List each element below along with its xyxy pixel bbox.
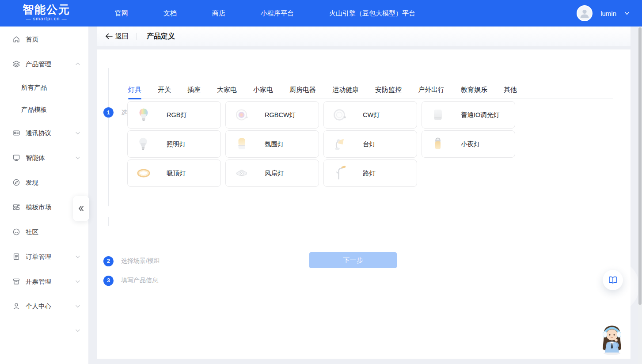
user-menu[interactable]: lumin [577, 0, 630, 27]
invoice-icon [12, 277, 20, 285]
chevron-down-icon [75, 254, 80, 259]
category-tab-其他[interactable]: 其他 [504, 81, 517, 99]
fan-light-icon [234, 165, 250, 181]
sidebar-item-产品管理[interactable]: 产品管理 [0, 52, 88, 76]
sidebar-item-产品模板[interactable]: 产品模板 [0, 99, 88, 121]
sidebar-collapse-button[interactable] [73, 196, 89, 221]
page-title: 产品定义 [147, 32, 175, 41]
product-label: 路灯 [363, 169, 376, 178]
product-card-台灯[interactable]: 台灯 [323, 130, 417, 158]
category-tab-户外出行[interactable]: 户外出行 [418, 81, 444, 99]
category-tab-插座[interactable]: 插座 [187, 81, 201, 99]
arrow-left-icon [105, 33, 113, 39]
chevron-down-icon[interactable] [624, 11, 630, 16]
product-label: 小夜灯 [461, 140, 480, 148]
sidebar-item-通讯协议[interactable]: 通讯协议 [0, 121, 88, 145]
sidebar-item-所有产品[interactable]: 所有产品 [0, 76, 88, 99]
product-card-吸顶灯[interactable]: 吸顶灯 [127, 159, 221, 187]
header-divider [137, 33, 137, 40]
product-label: 风扇灯 [265, 169, 284, 178]
step-3: 3填写产品信息 [103, 276, 158, 286]
product-label: RGB灯 [167, 111, 187, 119]
product-card-CW灯[interactable]: CW灯 [323, 101, 417, 129]
product-label: 台灯 [363, 140, 376, 148]
order-icon [12, 253, 20, 261]
sidebar: 首页产品管理所有产品产品模板通讯协议智能体发现模板市场社区订单管理开票管理个人中… [0, 27, 88, 364]
sidebar-item-empty[interactable] [0, 318, 88, 342]
category-tab-教育娱乐[interactable]: 教育娱乐 [461, 81, 487, 99]
io-dimmer-icon [430, 107, 446, 123]
sidebar-item-个人中心[interactable]: 个人中心 [0, 294, 88, 318]
rgb-bulb-icon [136, 107, 152, 123]
rgbcw-downlight-icon [234, 107, 250, 123]
product-label: 氛围灯 [265, 140, 284, 148]
category-tab-运动健康[interactable]: 运动健康 [332, 81, 359, 99]
category-tab-灯具[interactable]: 灯具 [128, 81, 141, 99]
product-card-照明灯[interactable]: 照明灯 [127, 130, 221, 158]
ai-assistant-avatar[interactable] [597, 322, 627, 355]
sidebar-item-label: 模板市场 [26, 203, 51, 212]
white-bulb-icon [136, 136, 152, 152]
category-tab-小家电[interactable]: 小家电 [253, 81, 273, 99]
back-button[interactable]: 返回 [105, 32, 129, 41]
scrollbar-thumb[interactable] [638, 27, 642, 305]
category-tab-大家电[interactable]: 大家电 [217, 81, 237, 99]
product-card-小夜灯[interactable]: 小夜灯 [422, 130, 515, 158]
sidebar-item-智能体[interactable]: 智能体 [0, 145, 88, 170]
product-card-RGB灯[interactable]: RGB灯 [127, 101, 221, 129]
nav-item-4[interactable]: 火山引擎（豆包大模型）平台 [329, 9, 415, 18]
sidebar-item-首页[interactable]: 首页 [0, 27, 88, 52]
desk-lamp-icon [332, 136, 348, 152]
nav-item-2[interactable]: 商店 [212, 9, 225, 18]
page-scrollbar[interactable] [638, 27, 642, 364]
chevron-up-icon [75, 61, 80, 67]
sidebar-item-label: 个人中心 [26, 302, 51, 311]
step-2-label: 选择场景/模组 [121, 257, 160, 265]
night-light-icon [430, 136, 446, 152]
chevron-down-icon [75, 130, 80, 136]
category-tab-开关[interactable]: 开关 [158, 81, 171, 99]
sidebar-item-社区[interactable]: 社区 [0, 220, 88, 244]
logo[interactable]: 智能公元 — smartpi.cn — [18, 3, 75, 21]
product-card-风扇灯[interactable]: 风扇灯 [225, 159, 319, 187]
user-avatar-icon[interactable] [577, 5, 593, 21]
category-tab-厨房电器[interactable]: 厨房电器 [289, 81, 316, 99]
market-icon [12, 203, 20, 211]
sidebar-item-label: 社区 [26, 228, 38, 236]
next-step-button[interactable]: 下一步 [309, 252, 397, 268]
protocol-icon [12, 129, 20, 137]
nav-item-3[interactable]: 小程序平台 [261, 9, 294, 18]
category-tabs: 灯具开关插座大家电小家电厨房电器运动健康安防监控户外出行教育娱乐其他 [128, 81, 613, 99]
assistant-girl-icon [597, 322, 627, 355]
product-label: 吸顶灯 [167, 169, 186, 178]
chevron-double-left-icon [78, 205, 85, 212]
main-panel: 1选择产品类别2选择场景/模组3填写产品信息 灯具开关插座大家电小家电厨房电器运… [97, 49, 631, 359]
product-label: 照明灯 [167, 140, 186, 148]
product-card-普通IO调光灯[interactable]: 普通IO调光灯 [422, 101, 515, 129]
person-icon [12, 302, 20, 310]
page-header: 返回 产品定义 [97, 27, 631, 46]
product-card-氛围灯[interactable]: 氛围灯 [225, 130, 319, 158]
ambient-lamp-icon [234, 136, 250, 152]
step-connector-2-3 [108, 217, 109, 226]
sidebar-item-发现[interactable]: 发现 [0, 170, 88, 195]
sidebar-item-开票管理[interactable]: 开票管理 [0, 269, 88, 294]
docs-help-button[interactable] [603, 270, 623, 290]
ceiling-light-icon [136, 165, 152, 181]
sidebar-item-订单管理[interactable]: 订单管理 [0, 244, 88, 269]
step-3-badge: 3 [103, 276, 114, 286]
logo-subtitle: — smartpi.cn — [18, 16, 75, 21]
category-tab-安防监控[interactable]: 安防监控 [375, 81, 402, 99]
agent-icon [12, 154, 20, 162]
product-card-路灯[interactable]: 路灯 [323, 159, 417, 187]
sidebar-item-label: 所有产品 [21, 83, 47, 92]
product-card-RGBCW灯[interactable]: RGBCW灯 [225, 101, 319, 129]
step-1-badge: 1 [103, 107, 114, 118]
logo-title: 智能公元 [18, 3, 75, 15]
nav-item-1[interactable]: 文档 [163, 9, 177, 18]
sidebar-item-label: 产品模板 [21, 106, 47, 114]
open-book-icon [608, 276, 617, 284]
chevron-down-icon [75, 328, 80, 333]
nav-item-0[interactable]: 官网 [115, 9, 128, 18]
sidebar-item-label: 订单管理 [26, 253, 51, 261]
